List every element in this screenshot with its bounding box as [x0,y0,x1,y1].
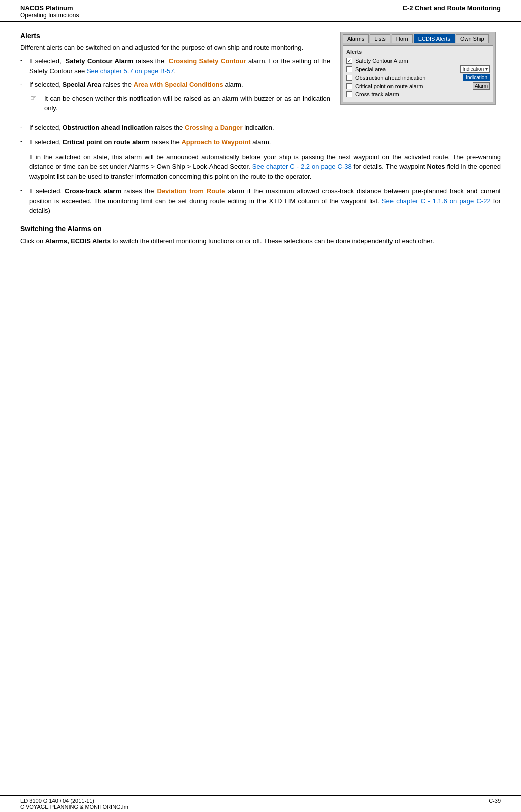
ui-dropdown-indication[interactable]: Indication ▾ [460,65,490,73]
bullet-content-5: If selected, Cross-track alarm raises th… [29,186,501,216]
ui-tab-own-ship[interactable]: Own Ship [456,34,489,43]
bullet-dash-2: - [20,80,29,90]
critical-bold: Critical point on route alarm [62,138,149,146]
ui-dropdown-alarm[interactable]: Alarm [473,82,490,90]
footer-file: C VOYAGE PLANNING & MONITORING.fm [20,804,128,810]
approach-waypoint-orange: Approach to Waypoint [181,138,250,146]
ui-screenshot-col: Alarms Lists Horn ECDIS Alerts Own Ship … [340,32,501,118]
footer-page: C-39 [489,798,501,810]
footer-edition: ED 3100 G 140 / 04 (2011-11) [20,798,128,804]
switching-section: Switching the Alarms on Click on Alarms,… [20,225,501,245]
bullet-crosstrack: - If selected, Cross-track alarm raises … [20,186,501,216]
bullet-critical: - If selected, Critical point on route a… [20,137,501,147]
bullet-content-2: If selected, Special Area raises the Are… [29,80,330,90]
alarms-ecdis-bold: Alarms, ECDIS Alerts [45,237,111,245]
bullet-special-area: - If selected, Special Area raises the A… [20,80,330,90]
ui-tab-ecdis-alerts[interactable]: ECDIS Alerts [414,34,455,43]
note-content-1: It can be chosen wether this notificatio… [44,94,330,113]
note-1: ☞ It can be chosen wether this notificat… [30,94,330,113]
header-right: C-2 Chart and Route Monitoring [403,4,501,12]
ui-label-obstruction: Obstruction ahead indication [355,75,463,81]
ui-row-crosstrack: Cross-track alarm [346,91,490,97]
switching-title: Switching the Alarms on [20,225,501,233]
crossing-safety-orange: Crossing Safety Contour [169,57,246,65]
crosstrack-bold: Cross-track alarm [65,187,121,195]
ui-row-obstruction: Obstruction ahead indication Indication [346,74,490,81]
crossing-danger-orange: Crossing a Danger [185,124,243,131]
chapter-5-7-link[interactable]: See chapter 5.7 on page B-57 [87,67,174,75]
bullet-content-1: If selected, Safety Contour Alarm raises… [29,56,330,76]
bullet-content-4: If selected, Critical point on route ala… [29,137,501,147]
footer-left: ED 3100 G 140 / 04 (2011-11) C VOYAGE PL… [20,798,128,810]
ui-label-special: Special area [355,66,460,72]
alerts-title: Alerts [20,32,330,40]
ui-panel-title: Alerts [346,49,490,55]
ui-checkbox-special[interactable] [346,66,352,72]
bullet-safety-contour: - If selected, Safety Contour Alarm rais… [20,56,330,76]
ui-checkbox-critical[interactable] [346,83,352,89]
safety-contour-bold: Safety Contour Alarm [66,57,134,65]
switching-text: Click on Alarms, ECDIS Alerts to switch … [20,237,501,245]
ui-row-critical: Critical point on route alarm Alarm [346,82,490,90]
ui-label-crosstrack: Cross-track alarm [355,91,490,97]
ui-tab-horn[interactable]: Horn [392,34,413,43]
bullet-obstruction: - If selected, Obstruction ahead indicat… [20,123,501,133]
header-subtitle: Operating Instructions [20,12,79,19]
special-area-bold: Special Area [62,81,101,88]
bullet-content-3: If selected, Obstruction ahead indicatio… [29,123,501,133]
bullet-dash-1: - [20,56,29,76]
page-content: Alerts Different alerts can be switched … [0,22,521,260]
ui-label-critical: Critical point on route alarm [355,83,473,89]
page-header: NACOS Platinum Operating Instructions C-… [0,0,521,22]
alerts-left-col: Alerts Different alerts can be switched … [20,32,330,118]
ui-screenshot: Alarms Lists Horn ECDIS Alerts Own Ship … [340,32,496,105]
header-title: NACOS Platinum [20,4,79,12]
chapter-c-1-1-6-link[interactable]: See chapter C - 1.1.6 on page C-22 [382,197,491,205]
ui-checkbox-crosstrack[interactable] [346,91,352,97]
ui-row-special-area: Special area Indication ▾ [346,65,490,73]
obstruction-bold: Obstruction ahead indication [62,124,153,131]
header-left: NACOS Platinum Operating Instructions [20,4,79,19]
bullet-dash-3: - [20,123,29,133]
deviation-route-orange: Deviation from Route [157,187,225,195]
ui-panel: Alerts ✓ Safety Contour Alarm Special ar… [343,45,493,102]
notes-bold: Notes [427,163,445,170]
note-icon-1: ☞ [30,94,44,113]
ui-row-safety-contour: ✓ Safety Contour Alarm [346,58,490,64]
ui-checkbox-obstruction[interactable] [346,75,352,81]
alerts-section: Alerts Different alerts can be switched … [20,32,501,118]
chapter-c-2-2-link[interactable]: See chapter C - 2.2 on page C-38 [252,163,352,170]
ui-tabs: Alarms Lists Horn ECDIS Alerts Own Ship [343,34,493,43]
ui-label-safety: Safety Contour Alarm [355,58,490,64]
ui-tab-alarms[interactable]: Alarms [343,34,369,43]
para-waypoint: If in the switched on state, this alarm … [29,152,501,182]
bullet-dash-4: - [20,137,29,147]
area-special-orange: Area with Special Conditions [134,81,223,88]
ui-checkbox-safety[interactable]: ✓ [346,58,352,64]
bullet-dash-5: - [20,186,29,216]
ui-tab-lists[interactable]: Lists [370,34,390,43]
alerts-intro: Different alerts can be switched on and … [20,44,330,51]
ui-dropdown-indication-selected[interactable]: Indication [463,74,490,81]
page-footer: ED 3100 G 140 / 04 (2011-11) C VOYAGE PL… [0,795,521,812]
